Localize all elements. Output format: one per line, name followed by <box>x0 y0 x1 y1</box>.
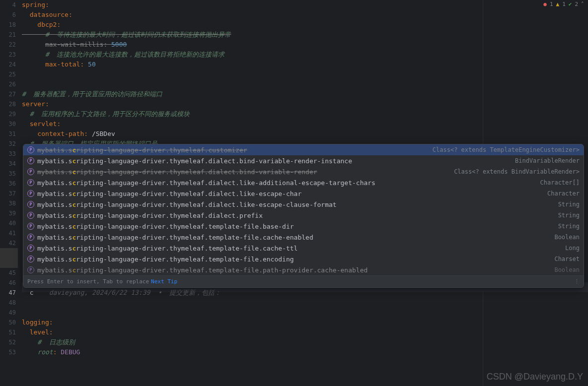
code-line <box>22 69 588 79</box>
property-icon: P <box>27 245 34 252</box>
property-icon: P <box>27 201 34 208</box>
code-line <box>22 79 588 89</box>
line-number: 51 <box>0 327 16 337</box>
autocomplete-text: mybatis.scripting-language-driver.thymel… <box>37 146 429 154</box>
line-number: 24 <box>0 60 16 69</box>
autocomplete-type: Boolean <box>554 234 580 241</box>
code-line: server: <box>22 99 588 109</box>
autocomplete-type: String <box>558 223 580 230</box>
line-number: 21 <box>0 30 16 40</box>
line-number: 34 <box>0 159 16 169</box>
autocomplete-text: mybatis.scripting-language-driver.thymel… <box>37 234 550 241</box>
line-number: 25 <box>0 69 16 79</box>
line-number: 48 <box>0 298 16 308</box>
autocomplete-item[interactable]: Pmybatis.scripting-language-driver.thyme… <box>23 210 584 221</box>
line-number: 39 <box>0 208 16 218</box>
gutter-highlight <box>0 248 18 268</box>
property-icon: P <box>27 223 34 230</box>
line-number: 35 <box>0 169 16 179</box>
autocomplete-text: mybatis.scripting-language-driver.thymel… <box>37 223 554 230</box>
line-number: 45 <box>0 268 16 278</box>
property-icon: P <box>27 179 34 186</box>
autocomplete-item[interactable]: Pmybatis.scripting-language-driver.thyme… <box>23 199 584 210</box>
autocomplete-item[interactable]: Pmybatis.scripting-language-driver.thyme… <box>23 254 584 264</box>
autocomplete-footer: Press Enter to insert, Tab to replace Ne… <box>23 275 584 287</box>
code-line: root: DEBUG <box>22 347 588 357</box>
code-line <box>22 298 588 308</box>
code-line: level: <box>22 327 588 337</box>
code-line: # 应用程序的上下文路径，用于区分不同的服务或模块 <box>22 109 588 119</box>
gutter: 4618212223242526272829303132333435363738… <box>0 0 22 386</box>
code-line: context-path: /SBDev <box>22 129 588 139</box>
autocomplete-text: mybatis.scripting-language-driver.thymel… <box>37 168 450 176</box>
code-line: servlet: <box>22 119 588 129</box>
autocomplete-type: String <box>558 212 580 219</box>
line-number: 28 <box>0 99 16 109</box>
autocomplete-text: mybatis.scripting-language-driver.thymel… <box>37 256 550 263</box>
code-line: logging: <box>22 318 588 327</box>
autocomplete-text: mybatis.scripting-language-driver.thymel… <box>37 157 511 165</box>
property-icon: P <box>27 168 34 175</box>
line-number: 33 <box>0 149 16 159</box>
line-number: 42 <box>0 238 16 248</box>
autocomplete-item[interactable]: Pmybatis.scripting-language-driver.thyme… <box>23 188 584 199</box>
property-icon: P <box>27 212 34 219</box>
autocomplete-text: mybatis.scripting-language-driver.thymel… <box>37 201 554 208</box>
code-line: # 等待连接的最大时间，超过该时间仍未获取到连接将抛出异常 <box>22 30 588 40</box>
code-line: spring: <box>22 0 588 10</box>
line-number: 36 <box>0 179 16 189</box>
line-number: 49 <box>0 308 16 318</box>
autocomplete-text: mybatis.scripting-language-driver.thymel… <box>37 245 561 252</box>
chevron-up-icon[interactable]: ˄ <box>581 1 584 7</box>
line-number: 27 <box>0 89 16 99</box>
autocomplete-type: BindVariableRender <box>515 157 580 164</box>
autocomplete-item[interactable]: Pmybatis.scripting-language-driver.thyme… <box>23 232 584 243</box>
autocomplete-item[interactable]: Pmybatis.scripting-language-driver.thyme… <box>23 243 584 254</box>
line-number: 32 <box>0 139 16 149</box>
line-number: 26 <box>0 79 16 89</box>
code-line: datasource: <box>22 10 588 20</box>
autocomplete-item[interactable]: Pmybatis.scripting-language-driver.thyme… <box>23 221 584 232</box>
ok-icon[interactable]: ✔ <box>569 1 572 7</box>
autocomplete-hint: Press Enter to insert, Tab to replace <box>27 278 149 285</box>
code-line: dbcp2: <box>22 20 588 30</box>
autocomplete-text: mybatis.scripting-language-driver.thymel… <box>37 190 543 197</box>
autocomplete-type: Character <box>547 190 580 197</box>
line-number: 50 <box>0 318 16 327</box>
line-number: 6 <box>0 10 16 20</box>
property-icon: P <box>27 266 34 273</box>
code-line: # 连接池允许的最大连接数，超过该数目将拒绝新的连接请求 <box>22 50 588 60</box>
line-number: 52 <box>0 337 16 347</box>
autocomplete-item[interactable]: Pmybatis.scripting-language-driver.thyme… <box>23 177 584 188</box>
code-line: # 服务器配置，用于设置应用的访问路径和端口 <box>22 89 588 99</box>
line-number: 31 <box>0 129 16 139</box>
warning-count: 1 <box>562 1 566 7</box>
next-tip-link[interactable]: Next Tip <box>151 278 177 285</box>
autocomplete-item[interactable]: Pmybatis.scripting-language-driver.thyme… <box>23 155 584 166</box>
line-number: 47 <box>0 288 16 298</box>
autocomplete-type: Character[] <box>540 179 580 186</box>
line-number: 41 <box>0 228 16 238</box>
autocomplete-type: Boolean <box>554 266 580 273</box>
code-line: # 日志级别 <box>22 337 588 347</box>
autocomplete-item[interactable]: Pmybatis.scripting-language-driver.thyme… <box>23 144 584 155</box>
error-icon[interactable]: ● <box>543 1 547 7</box>
autocomplete-text: mybatis.scripting-language-driver.thymel… <box>37 179 536 187</box>
autocomplete-item[interactable]: Pmybatis.scripting-language-driver.thyme… <box>23 166 584 177</box>
warning-icon[interactable]: ▲ <box>556 1 560 7</box>
code-line: max-total: 50 <box>22 60 588 69</box>
line-number: 46 <box>0 278 16 288</box>
autocomplete-popup[interactable]: Pmybatis.scripting-language-driver.thyme… <box>23 144 584 288</box>
line-number: 37 <box>0 189 16 198</box>
more-icon[interactable]: ⋮ <box>574 278 580 285</box>
ok-count: 2 <box>575 1 578 7</box>
property-icon: P <box>27 234 34 241</box>
code-line <box>22 308 588 318</box>
code-line: c davieyang, 2024/6/22 13:39 • 提交更新，包括： <box>22 288 588 298</box>
autocomplete-text: mybatis.scripting-language-driver.thymel… <box>37 266 550 274</box>
line-number: 53 <box>0 347 16 357</box>
code-line: max-wait-millis: 5000 <box>22 40 588 50</box>
property-icon: P <box>27 157 34 164</box>
autocomplete-item[interactable]: Pmybatis.scripting-language-driver.thyme… <box>23 264 584 275</box>
inspection-status[interactable]: ●1 ▲1 ✔2 ˄ <box>543 1 584 7</box>
